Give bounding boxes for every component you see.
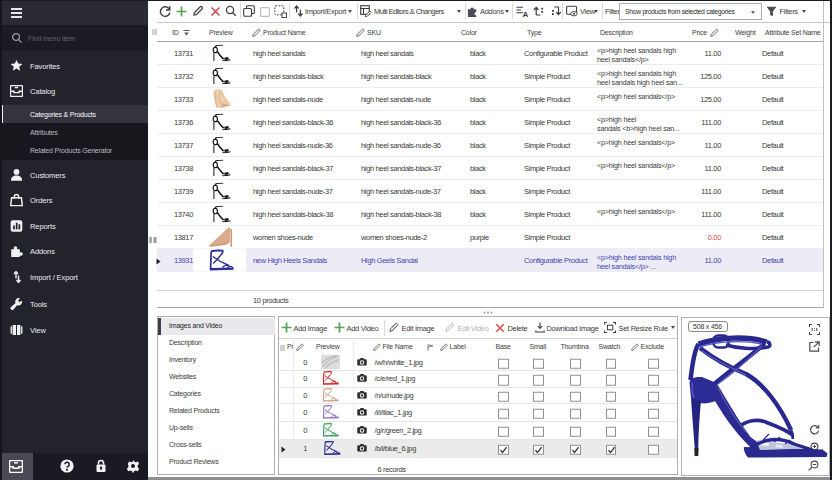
svg-text:A: A — [523, 9, 529, 17]
